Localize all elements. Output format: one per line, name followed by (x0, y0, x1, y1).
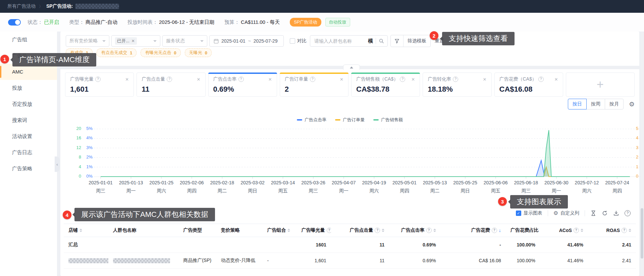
custom-columns-gear-icon: ⚙ (553, 211, 558, 216)
metric-card[interactable]: 广告订单量?✕2 (280, 73, 348, 97)
metric-card-label: 广告花费（CA$） (499, 76, 537, 82)
show-chart-checkbox[interactable]: ✓ (516, 211, 521, 216)
sort-icon[interactable] (287, 229, 290, 232)
filter-funnel-button[interactable] (391, 35, 404, 47)
metric-card-close-icon[interactable]: ✕ (411, 77, 415, 82)
table-cell: 41.46% (540, 237, 588, 253)
quick-filter-chip[interactable]: 有点击无成交1 (97, 48, 137, 57)
metric-card-label: 广告点击率 (213, 76, 237, 82)
column-header-label: 广告花费占比 (511, 227, 539, 233)
sort-icon[interactable] (581, 229, 583, 232)
sidebar-item-广告组[interactable]: 广告组 (0, 32, 57, 48)
info-icon: ? (622, 228, 627, 233)
quick-filter-chip[interactable]: 有曝光无点击0 (141, 48, 180, 57)
refresh-button[interactable] (602, 211, 608, 216)
x-tick-date: 2025-01-25 (149, 180, 173, 185)
metric-card-close-icon[interactable]: ✕ (554, 77, 558, 82)
table-cell: 100.00% (506, 237, 540, 253)
sidebar-item-广告策略[interactable]: 广告策略 (0, 160, 57, 177)
search-mode-toggle[interactable]: 模 (368, 38, 373, 44)
vertical-scrollbar-thumb[interactable] (641, 208, 643, 259)
custom-columns-button[interactable]: ⚙ 自定义列 (553, 210, 579, 216)
sidebar-item-活动设置[interactable]: 活动设置 (0, 128, 57, 144)
chevron-down-icon (153, 40, 157, 42)
metric-card-close-icon[interactable]: ✕ (125, 77, 129, 82)
metric-card-close-icon[interactable]: ✕ (340, 77, 343, 82)
column-header-ACoS[interactable]: ACoS? (540, 224, 588, 237)
download-button[interactable] (613, 211, 619, 216)
legend-item[interactable]: 广告订单量 (335, 117, 365, 123)
sort-desc-icon[interactable]: ↓ (499, 228, 501, 233)
audience-search-box: 模 (310, 35, 388, 47)
table-row[interactable]: 汇总1601110.69%-100.00%41.46%2.41 (64, 237, 636, 253)
metric-card[interactable]: 广告转化率?✕18.18% (423, 73, 491, 97)
metric-card[interactable]: 广告点击量?✕11 (137, 73, 205, 97)
budget-value: CA$111.00 - 每天 (241, 19, 280, 26)
metric-card-header: 广告曝光量?✕ (70, 76, 129, 82)
sort-icon[interactable] (629, 229, 631, 232)
history-hourglass-button[interactable] (590, 211, 596, 216)
status-filter-select[interactable]: 已开...✕ (111, 35, 160, 47)
column-header-广告曝光量[interactable]: 广告曝光量? (297, 224, 331, 237)
column-header-content: 人群包名称 (113, 227, 137, 233)
sort-icon[interactable] (382, 229, 384, 232)
sidebar-item-否定投放[interactable]: 否定投放 (0, 96, 57, 112)
column-header-店铺[interactable]: 店铺 (64, 224, 108, 237)
column-header-ROAS[interactable]: ROAS? (588, 224, 636, 237)
compare-label: 对比 (297, 38, 307, 44)
column-header-广告点击量[interactable]: 广告点击量? (331, 224, 389, 237)
chart-settings-gear-icon[interactable]: ⚙ (629, 101, 635, 107)
metric-card-value: CA$16.08 (499, 85, 558, 94)
granularity-button-按月[interactable]: 按月 (605, 99, 624, 109)
granularity-button-按日[interactable]: 按日 (568, 99, 587, 109)
metric-card-close-icon[interactable]: ✕ (197, 77, 201, 82)
metric-card-close-icon[interactable]: ✕ (483, 77, 487, 82)
sort-icon[interactable] (433, 229, 436, 232)
breadcrumb-all-campaigns[interactable]: 所有广告活动 (7, 3, 36, 9)
date-range-picker[interactable]: 2025-01-01 ~ 2025-07-29 (209, 35, 284, 47)
sidebar-collapse-handle[interactable]: ‹ (55, 156, 60, 172)
chip-close-icon[interactable]: ✕ (131, 39, 135, 43)
x-tick-date: 2025-02-06 (180, 180, 204, 185)
table-header-row: 店铺人群包名称广告类型竞价策略广告组合广告曝光量?广告点击量?广告点击率?广告花… (64, 224, 636, 237)
annotation-badge-3: 3 (498, 197, 507, 206)
metric-card-header: 广告转化率?✕ (428, 76, 486, 82)
add-metric-card-button[interactable]: + (566, 73, 635, 97)
legend-item[interactable]: 广告点击率 (297, 117, 326, 123)
column-header-label: 竞价策略 (221, 227, 240, 233)
sidebar-item-投放[interactable]: 投放 (0, 80, 57, 96)
column-header-广告点击率[interactable]: 广告点击率? (389, 224, 440, 237)
x-tick: 2025-02-18周二 (210, 180, 234, 194)
chart-granularity-controls: 按日按周按月 ⚙ (568, 99, 635, 109)
filter-bar: 所有竞价策略 已开...✕ 服务状态 2025-01-01 ~ 2025-07-… (66, 35, 444, 47)
bid-strategy-select[interactable]: 所有竞价策略 (66, 35, 109, 47)
sort-icon[interactable] (79, 229, 82, 232)
metric-card[interactable]: 广告花费（CA$）?✕CA$16.08 (494, 73, 563, 97)
metric-card-close-icon[interactable]: ✕ (268, 77, 272, 82)
metrics-collapse-tab[interactable] (343, 64, 360, 70)
column-header-广告组合[interactable]: 广告组合 (262, 224, 297, 237)
table-row[interactable]: 商品推广(SP)动态竞价-只降低-1,601110.69%CA$ 16.0810… (64, 253, 636, 269)
compare-checkbox[interactable] (290, 38, 295, 44)
audience-search-input[interactable] (314, 38, 365, 44)
service-status-select[interactable]: 服务状态 (162, 35, 207, 47)
sidebar-item-广告日志[interactable]: 广告日志 (0, 144, 57, 160)
filter-template-button[interactable]: 筛选模板 (404, 38, 430, 44)
quick-filter-chip[interactable]: 无曝光0 (185, 48, 212, 57)
metric-card[interactable]: 广告点击率?✕0.69% (208, 73, 277, 97)
metric-card[interactable]: 广告销售额（CA$）?✕CA$38.78 (351, 73, 420, 97)
column-header-label: ROAS (606, 228, 620, 233)
legend-item[interactable]: 广告销售额 (373, 117, 403, 123)
metric-card[interactable]: 广告曝光量?✕1,601 (65, 73, 134, 97)
granularity-button-按周[interactable]: 按周 (586, 99, 605, 109)
sidebar-item-搜索词[interactable]: 搜索词 (0, 112, 57, 128)
schedule-label: 投放时间表： (127, 19, 158, 26)
help-button[interactable]: ? (625, 210, 631, 216)
show-chart-toggle[interactable]: ✓ 显示图表 (516, 210, 542, 216)
campaign-enabled-toggle[interactable] (8, 19, 21, 26)
search-icon[interactable] (379, 38, 384, 44)
column-header-广告花费[interactable]: 广告花费?↓ (441, 224, 506, 237)
column-header-label: 广告类型 (183, 227, 202, 233)
column-header-广告花费占比[interactable]: 广告花费占比? (506, 224, 540, 237)
metric-card-label: 广告点击量 (142, 76, 165, 82)
